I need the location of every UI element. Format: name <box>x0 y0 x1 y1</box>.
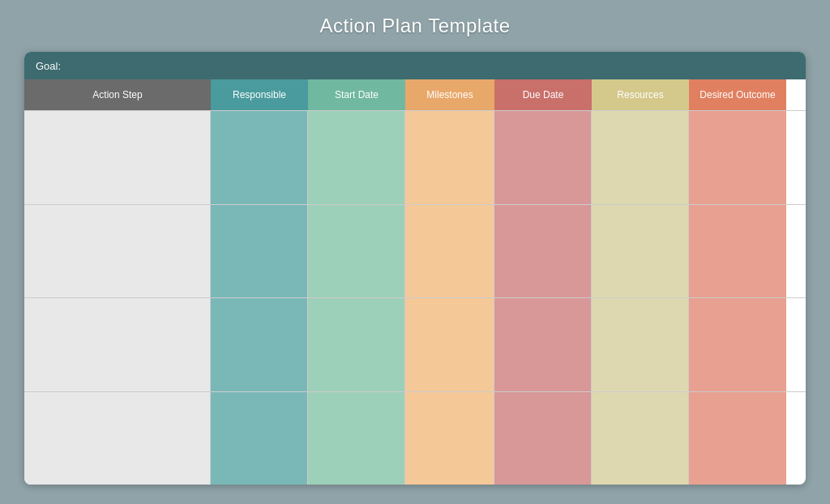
page-wrapper: Action Plan Template Goal: Action Step R… <box>0 0 830 504</box>
cell-desired-outcome-3[interactable] <box>689 298 786 391</box>
header-resources: Resources <box>592 79 689 110</box>
cell-desired-outcome-1[interactable] <box>689 111 786 204</box>
cell-responsible-2[interactable] <box>211 205 308 298</box>
cell-due-date-2[interactable] <box>494 205 592 298</box>
table-row <box>24 204 806 298</box>
cell-start-date-4[interactable] <box>308 392 405 485</box>
header-desired-outcome: Desired Outcome <box>689 79 786 110</box>
cell-responsible-1[interactable] <box>211 111 308 204</box>
page-title: Action Plan Template <box>319 15 510 37</box>
cell-milestones-1[interactable] <box>405 111 494 204</box>
table-container: Goal: Action Step Responsible Start Date… <box>24 52 806 485</box>
cell-resources-3[interactable] <box>592 298 689 391</box>
cell-action-step-3[interactable] <box>24 298 211 391</box>
data-rows <box>24 110 806 485</box>
cell-milestones-3[interactable] <box>405 298 494 391</box>
cell-resources-1[interactable] <box>592 111 689 204</box>
cell-milestones-4[interactable] <box>405 392 494 485</box>
table-row <box>24 297 806 391</box>
cell-responsible-4[interactable] <box>211 392 308 485</box>
header-responsible: Responsible <box>211 79 308 110</box>
cell-start-date-2[interactable] <box>308 205 405 298</box>
cell-start-date-3[interactable] <box>308 298 405 391</box>
cell-start-date-1[interactable] <box>308 111 405 204</box>
cell-desired-outcome-2[interactable] <box>689 205 786 298</box>
cell-due-date-4[interactable] <box>494 392 592 485</box>
grid-table: Action Step Responsible Start Date Miles… <box>24 79 806 485</box>
table-row <box>24 391 806 485</box>
cell-responsible-3[interactable] <box>211 298 308 391</box>
cell-resources-2[interactable] <box>592 205 689 298</box>
cell-action-step-2[interactable] <box>24 205 211 298</box>
header-start-date: Start Date <box>308 79 405 110</box>
goal-label: Goal: <box>36 60 61 72</box>
cell-desired-outcome-4[interactable] <box>689 392 786 485</box>
table-row <box>24 110 806 204</box>
header-milestones: Milestones <box>405 79 494 110</box>
header-action-step: Action Step <box>24 79 211 110</box>
cell-due-date-3[interactable] <box>494 298 592 391</box>
cell-milestones-2[interactable] <box>405 205 494 298</box>
goal-bar: Goal: <box>24 52 806 79</box>
cell-resources-4[interactable] <box>592 392 689 485</box>
header-row: Action Step Responsible Start Date Miles… <box>24 79 806 110</box>
cell-due-date-1[interactable] <box>494 111 592 204</box>
header-due-date: Due Date <box>494 79 592 110</box>
cell-action-step-4[interactable] <box>24 392 211 485</box>
cell-action-step-1[interactable] <box>24 111 211 204</box>
